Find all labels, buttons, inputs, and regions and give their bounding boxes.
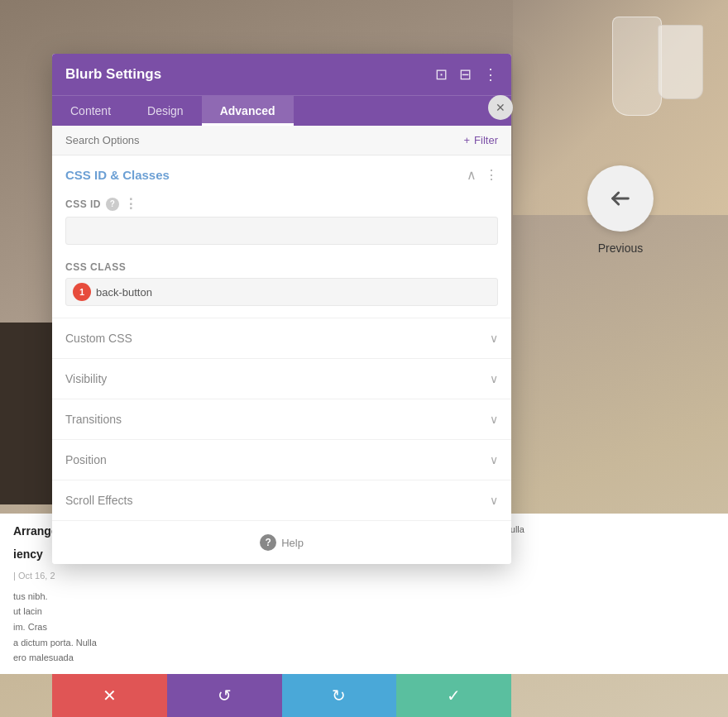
left-image [0,323,52,504]
close-panel-button[interactable]: ✕ [488,95,513,120]
previous-button[interactable] [587,165,654,232]
panel-body: + Filter CSS ID & Classes ∧ ⋮ CSS ID ? ⋮ [52,126,511,564]
settings-panel: Blurb Settings ⊡ ⊟ ⋮ Content Design Adva… [52,54,511,564]
visibility-label: Visibility [65,372,107,385]
filter-label: Filter [474,134,498,146]
collapse-icon[interactable]: ∧ [467,167,477,183]
transitions-header[interactable]: Transitions ∨ [65,399,498,439]
css-id-input[interactable] [65,217,498,245]
custom-css-chevron: ∨ [490,332,498,345]
blog-date-1: | Oct 16, 2 [13,568,351,584]
css-id-help-icon[interactable]: ? [106,198,119,211]
css-id-classes-section: CSS ID & Classes ∧ ⋮ CSS ID ? ⋮ CSS Clas… [52,155,511,318]
css-class-label: CSS Class [65,261,498,273]
search-input-wrap [65,134,464,146]
css-class-badge: 1 [73,283,91,301]
position-section: Position ∨ [52,439,511,480]
scroll-effects-chevron: ∨ [490,494,498,507]
section-more-icon[interactable]: ⋮ [485,167,498,183]
tab-design[interactable]: Design [129,96,202,126]
scroll-effects-section: Scroll Effects ∨ [52,480,511,520]
action-bar: ✕ ↺ ↻ ✓ [52,674,511,717]
panel-title: Blurb Settings [65,66,161,83]
cancel-icon: ✕ [103,686,117,705]
previous-label: Previous [598,241,643,255]
css-id-options-icon[interactable]: ⋮ [124,196,138,212]
undo-icon: ↺ [218,686,232,705]
split-icon[interactable]: ⊟ [459,65,472,84]
css-id-field-row: CSS ID ? ⋮ [52,191,511,256]
position-header[interactable]: Position ∨ [65,440,498,480]
redo-button[interactable]: ↻ [282,674,397,717]
css-class-field-row: CSS Class 1 back-button [52,256,511,318]
scroll-effects-label: Scroll Effects [65,494,132,507]
visibility-section: Visibility ∨ [52,358,511,399]
panel-header: Blurb Settings ⊡ ⊟ ⋮ [52,54,511,95]
search-input[interactable] [65,134,464,146]
help-circle-icon: ? [260,534,276,551]
visibility-chevron: ∨ [490,372,498,385]
custom-css-header[interactable]: Custom CSS ∨ [65,318,498,358]
blog-text-1: tus nibh. ut lacin im. Cras a dictum por… [13,589,351,666]
plus-icon: + [464,134,471,146]
save-icon: ✓ [447,686,461,705]
position-chevron: ∨ [490,453,498,466]
transitions-section: Transitions ∨ [52,399,511,439]
help-row: ? Help [52,520,511,564]
undo-button[interactable]: ↺ [167,674,282,717]
tab-advanced[interactable]: Advanced [202,96,294,126]
cancel-button[interactable]: ✕ [52,674,167,717]
redo-icon: ↻ [332,686,346,705]
filter-button[interactable]: + Filter [464,134,498,146]
glass-decoration [612,17,662,116]
section-header-icons: ∧ ⋮ [467,167,498,183]
css-class-value: back-button [96,286,152,299]
mug-decoration [658,25,703,99]
more-options-icon[interactable]: ⋮ [483,65,498,84]
help-label[interactable]: Help [281,537,304,549]
left-arrow-icon [609,187,632,210]
visibility-header[interactable]: Visibility ∨ [65,359,498,399]
right-navigation: Previous [513,165,728,255]
scroll-effects-header[interactable]: Scroll Effects ∨ [65,480,498,520]
custom-css-section: Custom CSS ∨ [52,318,511,358]
panel-tabs: Content Design Advanced [52,95,511,126]
position-label: Position [65,453,107,466]
transitions-chevron: ∨ [490,413,498,426]
css-id-classes-header: CSS ID & Classes ∧ ⋮ [52,155,511,191]
expand-icon[interactable]: ⊡ [435,65,448,84]
custom-css-label: Custom CSS [65,332,132,345]
css-id-label: CSS ID ? ⋮ [65,196,498,212]
tab-content[interactable]: Content [52,96,129,126]
css-class-input[interactable]: 1 back-button [65,278,498,306]
search-bar: + Filter [52,126,511,155]
header-icons: ⊡ ⊟ ⋮ [435,65,498,84]
css-id-classes-title: CSS ID & Classes [65,168,170,182]
close-icon: ✕ [496,101,505,114]
save-button[interactable]: ✓ [396,674,511,717]
transitions-label: Transitions [65,413,122,426]
